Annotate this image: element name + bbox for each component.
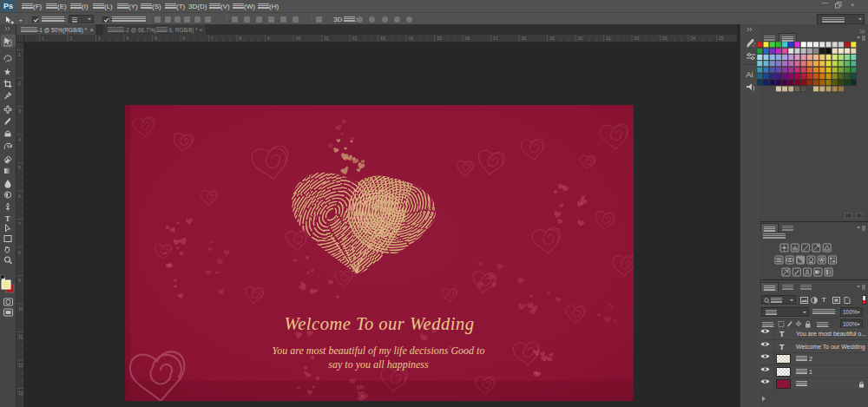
svg-text:19: 19 — [549, 36, 555, 41]
svg-text:11: 11 — [324, 36, 328, 41]
svg-text:1: 1 — [42, 36, 44, 41]
svg-text:12: 12 — [352, 36, 358, 41]
svg-text:10: 10 — [296, 36, 301, 41]
svg-text:2: 2 — [70, 36, 73, 41]
svg-text:18: 18 — [522, 36, 527, 41]
svg-text:24: 24 — [691, 36, 696, 41]
svg-text:13: 13 — [380, 36, 385, 41]
svg-text:17: 17 — [493, 36, 498, 41]
svg-text:4: 4 — [127, 36, 129, 41]
svg-text:Welcome To our Wedding: Welcome To our Wedding — [285, 314, 475, 334]
svg-text:8: 8 — [240, 36, 242, 41]
svg-text:15: 15 — [437, 36, 442, 41]
svg-text:You are most beautiful of my l: You are most beautiful of my life decisi… — [273, 345, 485, 357]
svg-text:6: 6 — [183, 36, 186, 41]
svg-text:3: 3 — [98, 36, 101, 41]
svg-text:9: 9 — [18, 278, 21, 283]
svg-text:1: 1 — [18, 52, 21, 57]
svg-text:25: 25 — [719, 36, 724, 41]
svg-text:14: 14 — [409, 36, 414, 41]
svg-text:say to you all happiness: say to you all happiness — [328, 358, 429, 371]
svg-text:2: 2 — [18, 81, 21, 86]
svg-text:22: 22 — [635, 36, 640, 41]
svg-text:7: 7 — [18, 221, 21, 226]
svg-text:20: 20 — [578, 36, 583, 41]
svg-text:9: 9 — [267, 36, 270, 41]
svg-text:5: 5 — [155, 36, 157, 41]
svg-text:8: 8 — [18, 250, 21, 255]
svg-text:3: 3 — [18, 108, 21, 114]
svg-text:7: 7 — [211, 36, 214, 41]
svg-text:6: 6 — [18, 194, 21, 199]
svg-text:Ai: Ai — [746, 70, 753, 79]
svg-text:21: 21 — [606, 36, 611, 41]
svg-text:4: 4 — [18, 137, 21, 142]
svg-text:16: 16 — [465, 36, 470, 41]
svg-text:5: 5 — [18, 165, 21, 170]
svg-text:T: T — [5, 214, 10, 223]
svg-text:23: 23 — [662, 36, 667, 41]
